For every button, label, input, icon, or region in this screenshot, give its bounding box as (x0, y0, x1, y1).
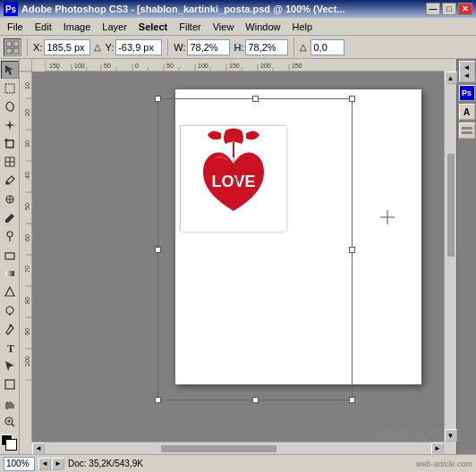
svg-text:LOVE: LOVE (211, 173, 255, 190)
marquee-tool[interactable] (1, 80, 19, 97)
vertical-scrollbar[interactable]: ▲ ▼ (444, 72, 456, 442)
scroll-up-btn[interactable]: ▲ (445, 72, 457, 84)
h-input[interactable] (245, 39, 288, 55)
x-group: X: (33, 39, 90, 55)
scroll-thumb-h[interactable] (161, 445, 276, 452)
crosshair (380, 210, 395, 224)
handle-bm[interactable] (252, 397, 259, 403)
svg-text:100: 100 (24, 356, 30, 367)
horizontal-scrollbar[interactable]: ◄ ► (32, 442, 444, 454)
x-input[interactable] (44, 39, 90, 55)
close-button[interactable]: ✕ (458, 3, 472, 15)
panel-text-btn[interactable]: A (459, 104, 475, 120)
w-label: W: (174, 42, 185, 53)
menu-image[interactable]: Image (58, 21, 97, 33)
menu-view[interactable]: View (208, 21, 240, 33)
svg-text:80: 80 (24, 297, 30, 304)
zoom-input[interactable] (4, 457, 35, 471)
nav-next[interactable]: ► (52, 458, 64, 470)
svg-text:200: 200 (260, 63, 271, 69)
panel-arrows[interactable]: ◄◄ (459, 61, 475, 82)
svg-line-28 (12, 424, 14, 426)
scroll-down-btn[interactable]: ▼ (445, 429, 457, 442)
dodge-tool[interactable] (1, 301, 19, 319)
nav-prev[interactable]: ◄ (38, 458, 51, 470)
y-input[interactable] (115, 39, 162, 55)
handle-ml[interactable] (155, 247, 161, 253)
zoom-tool[interactable] (1, 413, 19, 431)
minimize-button[interactable]: — (426, 3, 440, 15)
menu-edit[interactable]: Edit (30, 21, 57, 33)
menu-help[interactable]: Help (286, 21, 318, 33)
title-bar-controls[interactable]: — □ ✕ (426, 3, 472, 15)
menu-select[interactable]: Select (133, 21, 173, 33)
eyedropper-tool[interactable] (1, 172, 19, 190)
ruler-vertical: 10 20 30 40 50 60 70 80 90 100 (20, 72, 32, 442)
menu-bar: File Edit Image Layer Select Filter View… (0, 18, 476, 36)
w-input[interactable] (187, 39, 230, 55)
fg-color[interactable] (1, 434, 19, 452)
delta-icon: △ (94, 42, 101, 52)
menu-layer[interactable]: Layer (97, 21, 132, 33)
h-label: H: (234, 42, 243, 53)
tool-options-icon (4, 38, 21, 56)
ruler-horizontal: 150 100 50 0 50 100 150 200 250 (45, 59, 444, 72)
scroll-track-v (447, 86, 455, 427)
svg-text:90: 90 (24, 328, 30, 335)
scroll-left-btn[interactable]: ◄ (32, 442, 45, 455)
svg-rect-20 (5, 271, 14, 276)
svg-rect-86 (462, 131, 472, 134)
svg-text:50: 50 (24, 203, 30, 210)
eraser-tool[interactable] (1, 246, 19, 264)
canvas-viewport[interactable]: LOVE (32, 72, 444, 442)
svg-marker-4 (5, 65, 13, 75)
move-tool[interactable] (1, 61, 19, 79)
left-toolbar: T (0, 59, 20, 454)
handle-tl[interactable] (155, 96, 161, 102)
clone-stamp-tool[interactable] (1, 227, 19, 245)
svg-text:40: 40 (24, 172, 30, 179)
slice-tool[interactable] (1, 154, 19, 172)
gradient-tool[interactable] (1, 265, 19, 282)
lasso-tool[interactable] (1, 97, 19, 115)
svg-rect-3 (13, 48, 19, 54)
magic-wand-tool[interactable] (1, 116, 19, 134)
svg-text:20: 20 (24, 109, 30, 116)
maximize-button[interactable]: □ (442, 3, 456, 15)
panel-ps-icon[interactable]: Ps (459, 85, 475, 101)
menu-file[interactable]: File (2, 21, 29, 33)
pen-tool[interactable] (1, 320, 19, 338)
x-label: X: (33, 42, 42, 53)
healing-brush-tool[interactable] (1, 190, 19, 208)
scroll-thumb-v[interactable] (447, 154, 455, 257)
svg-point-23 (9, 324, 12, 326)
svg-text:0: 0 (135, 63, 139, 69)
panel-layer-btn[interactable] (459, 122, 475, 139)
angle-input[interactable] (310, 39, 344, 55)
h-group: H: (234, 39, 288, 55)
brush-tool[interactable] (1, 209, 19, 227)
hand-tool[interactable] (1, 394, 19, 412)
status-nav[interactable]: ◄ ► (38, 458, 64, 470)
shape-tool[interactable] (1, 375, 19, 393)
svg-rect-19 (5, 253, 14, 259)
text-tool[interactable]: T (1, 339, 19, 357)
path-select-tool[interactable] (1, 358, 19, 375)
menu-filter[interactable]: Filter (174, 21, 206, 33)
handle-br[interactable] (349, 397, 355, 403)
handle-bl[interactable] (155, 397, 161, 403)
blur-tool[interactable] (1, 283, 19, 301)
right-panel: ◄◄ Ps A (456, 59, 476, 454)
canvas-area: 150 100 50 0 50 100 150 200 250 (20, 59, 456, 454)
svg-text:250: 250 (292, 63, 302, 69)
svg-point-13 (6, 181, 9, 184)
scroll-right-btn[interactable]: ► (431, 442, 444, 455)
sep1 (27, 38, 28, 56)
svg-text:30: 30 (24, 140, 30, 148)
svg-marker-25 (5, 361, 14, 371)
zoom-display (4, 457, 35, 471)
crop-tool[interactable] (1, 135, 19, 153)
svg-point-17 (7, 232, 13, 237)
menu-window[interactable]: Window (240, 21, 285, 33)
svg-text:60: 60 (24, 234, 30, 241)
